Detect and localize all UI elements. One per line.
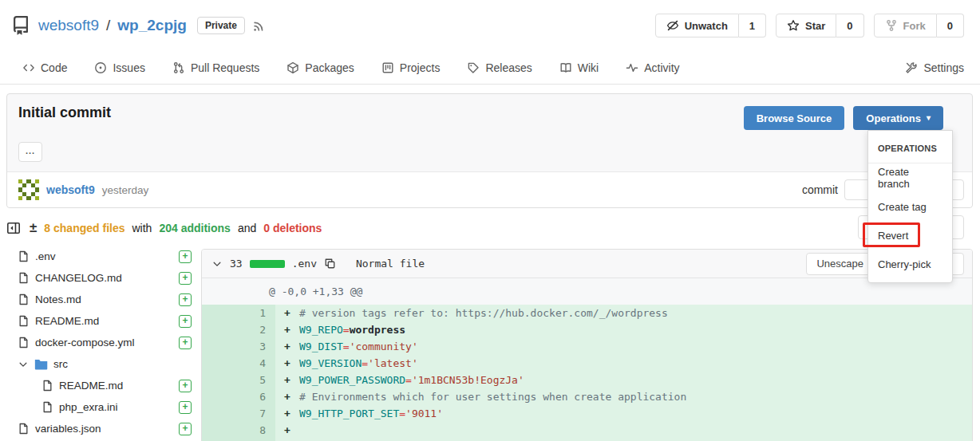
file-icon [41,401,53,413]
diff-line-number[interactable]: 6 [202,388,275,405]
diff-line-number[interactable]: 1 [202,305,275,321]
repo-owner-link[interactable]: websoft9 [38,17,99,34]
file-tree-item-name: php_exra.ini [59,401,118,413]
file-tree-item-name: README.md [35,315,99,327]
diff-line-number[interactable]: 7 [202,405,275,422]
plus-minus-icon[interactable]: ± [30,220,37,236]
tab-activity[interactable]: Activity [626,61,679,74]
chevron-down-icon[interactable] [18,359,29,370]
unescape-button[interactable]: Unescape [806,253,874,275]
file-tree-item[interactable]: README.md+ [6,375,198,396]
code-token: # Environments which for user settings w… [299,391,686,403]
file-tree-item-name: Notes.md [35,293,81,305]
commit-message-toggle-button[interactable]: ... [18,142,42,162]
file-icon [18,337,30,348]
package-icon [286,61,299,74]
pulse-icon [626,61,638,74]
file-tree-item-name: .env [35,250,56,262]
diff-added-icon: + [179,423,192,435]
commit-header-buttons: Browse Source Operations ▾ [744,106,943,130]
file-icon [18,423,30,435]
diff-line-number[interactable]: 3 [202,338,275,355]
star-count[interactable]: 0 [836,14,863,37]
diff-added-count: 33 [230,258,243,270]
file-tree-item[interactable]: src [6,353,198,375]
diff-added-icon: + [179,401,192,414]
code-token: = [343,324,350,336]
tab-releases[interactable]: Releases [467,61,531,74]
repo-action-buttons: Unwatch1Star0Fork0 [655,14,964,37]
tab-label: Packages [305,61,354,74]
deletions-count: 0 deletions [263,222,322,234]
repo-header: websoft9 / wp_2cpjg Private Unwatch1Star… [0,0,980,51]
diff-panel: 33 .env Normal file Unescape @ -0,0 +1,3… [201,249,973,441]
avatar[interactable] [18,179,39,200]
book-icon [559,61,572,74]
fork-count[interactable]: 0 [937,14,964,37]
file-tree-item[interactable]: .env+ [6,246,198,267]
operations-button-label: Operations [866,112,921,124]
collapse-file-tree-icon[interactable] [6,221,21,235]
tab-wiki[interactable]: Wiki [559,61,599,74]
dropdown-item-create-tag[interactable]: Create tag [868,192,952,221]
file-icon [18,315,30,327]
tab-label: Issues [113,61,144,74]
diff-line-number[interactable]: 2 [202,321,275,338]
diff-line-number[interactable]: 8 [202,422,275,439]
file-tree-item[interactable]: docker-compose.yml+ [6,332,198,353]
dropdown-item-revert[interactable]: Revert [868,221,952,250]
file-tree-item[interactable]: README.md+ [6,310,198,332]
operations-button[interactable]: Operations ▾ [853,106,943,130]
chevron-down-icon: ▾ [927,114,931,122]
commit-author-row: websoft9 yesterday commit [7,171,972,207]
diff-added-icon: + [179,272,192,285]
code-token: = [399,408,405,419]
tab-packages[interactable]: Packages [286,61,354,74]
tab-label: Wiki [578,61,599,74]
diff-line-sign: + [275,388,299,405]
fork-button-group: Fork0 [874,14,964,37]
fork-button[interactable]: Fork [874,14,937,37]
file-icon [41,380,53,392]
copy-icon[interactable] [324,258,336,270]
tab-code[interactable]: Code [22,61,67,74]
commit-author-link[interactable]: websoft9 [46,183,95,196]
fork-icon [885,19,898,32]
diff-line-sign: + [275,305,299,321]
unwatch-button[interactable]: Unwatch [655,14,739,37]
diff-line-number[interactable]: 5 [202,372,275,388]
chevron-down-icon[interactable] [211,258,223,270]
rss-icon[interactable] [252,19,266,33]
unwatch-button-group: Unwatch1 [655,14,766,37]
diff-line-sign: + [275,405,299,422]
browse-source-button[interactable]: Browse Source [744,106,845,130]
tab-label: Settings [923,61,964,74]
diff-line-sign: + [275,355,299,372]
repo-breadcrumb: websoft9 / wp_2cpjg Private [38,17,266,34]
repo-name-link[interactable]: wp_2cpjg [117,17,187,34]
file-icon [18,293,30,305]
tab-pull-requests[interactable]: Pull Requests [172,61,259,74]
diff-line-code: # version tags refer to: https://hub.doc… [299,305,668,321]
unwatch-count[interactable]: 1 [739,14,766,37]
diff-line-number[interactable]: 4 [202,355,275,372]
operations-dropdown-header: OPERATIONS [868,131,952,163]
dropdown-item-create-branch[interactable]: Create branch [868,163,952,192]
file-tree-item[interactable]: php_exra.ini+ [6,396,198,418]
tab-issues[interactable]: Issues [94,61,144,74]
diff-line-code: # Environments which for user settings w… [299,388,686,405]
star-button[interactable]: Star [776,14,836,37]
file-tree-item[interactable]: CHANGELOG.md+ [6,267,198,289]
tab-settings[interactable]: Settings [905,61,964,74]
file-tree-item[interactable]: variables.json+ [6,418,198,439]
changed-files-count: 8 changed files [44,222,124,234]
dropdown-item-cherry-pick[interactable]: Cherry-pick [868,250,952,278]
file-tree-item[interactable]: Notes.md+ [6,289,198,310]
diff-line-code: W9_DIST='community' [299,338,418,355]
repo-separator: / [106,17,110,34]
star-button-label: Star [805,20,825,32]
tab-projects[interactable]: Projects [381,61,441,74]
code-token: '9011' [405,408,443,419]
commit-time: yesterday [102,184,149,196]
diff-line: 3+W9_DIST='community' [202,338,972,355]
